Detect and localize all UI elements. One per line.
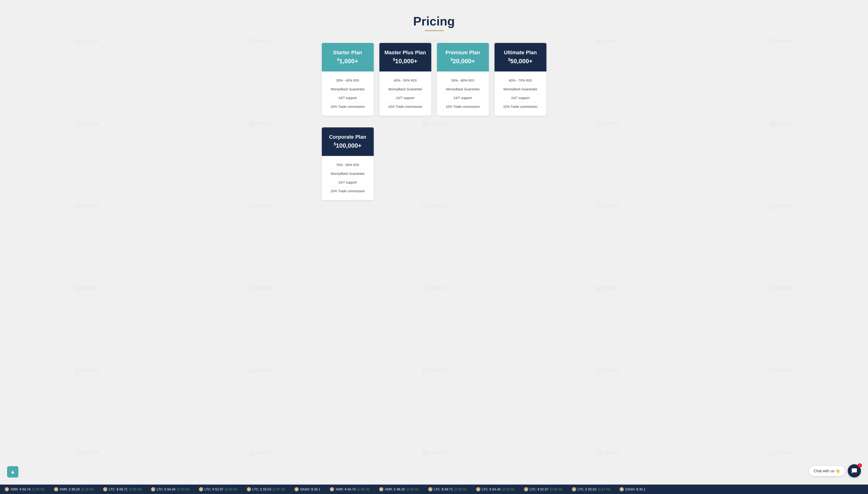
plan-support-corporate: 24/7 support — [326, 178, 369, 187]
plan-name-corporate: Corporate Plan — [326, 134, 369, 140]
plan-header-starter: Starter Plan $1,000+ — [322, 43, 374, 72]
plan-header-ultimate: Ultimate Plan $50,000+ — [494, 43, 546, 72]
chat-badge: 1 — [857, 463, 862, 468]
coin-icon: X — [54, 487, 58, 491]
plan-commission-premium: 10% Trade commission — [442, 102, 484, 111]
coin-icon: L — [572, 487, 576, 491]
plan-price-ultimate: $50,000+ — [499, 58, 542, 65]
plan-name-starter: Starter Plan — [326, 50, 369, 56]
ticker-item: L LTC: € 64.40 (2.53 %) — [146, 487, 194, 491]
plan-roi-master-plus: 40% - 50% ROI — [384, 76, 427, 85]
ticker-change: (1.95 %) — [32, 488, 44, 491]
ticker-coin: XMR: ¥ 94.74 — [336, 488, 356, 491]
chat-label[interactable]: Chat with us 👋 — [809, 466, 845, 476]
ticker-item: L LTC: £ 55.03 (2.47 %) — [242, 487, 290, 491]
plan-name-master-plus: Master Plus Plan — [384, 50, 427, 56]
plan-roi-premium: 50% - 60% ROI — [442, 76, 484, 85]
ticker-coin: LTC: £ 55.03 — [252, 488, 271, 491]
chat-button[interactable]: 1 — [848, 464, 861, 477]
ticker-coin: LTC: € 64.40 — [157, 488, 175, 491]
chat-widget: Chat with us 👋 1 — [809, 464, 861, 477]
plan-header-premium: Premium Plan $20,000+ — [437, 43, 489, 72]
plan-features-ultimate: 60% - 70% ROI MoneyBack Guarantee 24/7 s… — [494, 72, 546, 116]
ticker-coin: LTC: € 64.40 — [482, 488, 501, 491]
ticker-item: L LTC: $ 69.71 (2.55 %) — [423, 487, 471, 491]
plan-moneyback-master-plus: MoneyBack Guarantee — [384, 85, 427, 94]
coin-icon: L — [103, 487, 107, 491]
ticker-coin: DASH: $ 30.1 — [300, 488, 320, 491]
ticker-item: L LTC: $ 69.71 (2.55 %) — [98, 487, 146, 491]
ticker-coin: XMR: £ 98.20 — [60, 488, 80, 491]
plan-card-ultimate: Ultimate Plan $50,000+ 60% - 70% ROI Mon… — [494, 43, 546, 116]
corporate-row: Corporate Plan $100,000+ 70% - 80% ROI M… — [293, 127, 576, 200]
ticker-change: (2.55 %) — [454, 488, 467, 491]
plan-price-premium: $20,000+ — [442, 58, 484, 65]
plan-name-premium: Premium Plan — [442, 50, 484, 56]
plan-roi-corporate: 70% - 80% ROI — [326, 161, 369, 169]
plan-roi-ultimate: 60% - 70% ROI — [499, 76, 542, 85]
ticker-item: X XMR: £ 98.20 (2.16 %) — [374, 487, 424, 491]
coin-icon: D — [620, 487, 624, 491]
ticker-change: (2.53 %) — [177, 488, 189, 491]
plan-moneyback-premium: MoneyBack Guarantee — [442, 85, 484, 94]
plan-card-master-plus: Master Plus Plan $10,000+ 40% - 50% ROI … — [379, 43, 431, 116]
title-underline — [425, 30, 444, 31]
page-title: Pricing — [5, 14, 863, 28]
ticker-change: (2.47 %) — [598, 488, 610, 491]
ticker-change: (2.40 %) — [550, 488, 563, 491]
ticker-coin: XMR: ¥ 94.74 — [11, 488, 31, 491]
plans-grid: Starter Plan $1,000+ 30% - 40% ROI Money… — [293, 43, 576, 116]
plan-commission-corporate: 10% Trade commission — [326, 187, 369, 195]
ticker-coin: DASH: $ 30.1 — [625, 488, 645, 491]
plan-features-master-plus: 40% - 50% ROI MoneyBack Guarantee 24/7 s… — [379, 72, 431, 116]
coin-icon: D — [295, 487, 299, 491]
plan-name-ultimate: Ultimate Plan — [499, 50, 542, 56]
plan-support-starter: 24/7 support — [326, 94, 369, 102]
plan-moneyback-starter: MoneyBack Guarantee — [326, 85, 369, 94]
ticker-coin: XMR: £ 98.20 — [385, 488, 405, 491]
plan-card-premium: Premium Plan $20,000+ 50% - 60% ROI Mone… — [437, 43, 489, 116]
scroll-top-button[interactable]: ▲ — [7, 466, 18, 477]
ticker-coin: LTC: ¥ 52.97 — [530, 488, 549, 491]
plan-price-corporate: $100,000+ — [326, 142, 369, 149]
plan-roi-starter: 30% - 40% ROI — [326, 76, 369, 85]
coin-icon: L — [476, 487, 480, 491]
coin-icon: X — [330, 487, 334, 491]
coin-icon: L — [247, 487, 251, 491]
ticker-change: (2.47 %) — [272, 488, 285, 491]
ticker-change: (2.55 %) — [129, 488, 141, 491]
coin-icon: L — [199, 487, 203, 491]
coin-icon: L — [428, 487, 432, 491]
scroll-top-icon: ▲ — [10, 469, 15, 475]
plan-commission-starter: 10% Trade commission — [326, 102, 369, 111]
coin-icon: L — [524, 487, 528, 491]
coin-icon: X — [5, 487, 9, 491]
ticker-bar: X XMR: ¥ 94.74 (1.95 %) X XMR: £ 98.20 (… — [0, 484, 868, 494]
ticker-item: L LTC: ¥ 52.97 (2.40 %) — [194, 487, 242, 491]
ticker-item: X XMR: ¥ 94.74 (1.95 %) — [325, 487, 374, 491]
ticker-change: (2.40 %) — [225, 488, 237, 491]
ticker-coin: LTC: $ 69.71 — [434, 488, 453, 491]
plan-price-starter: $1,000+ — [326, 58, 369, 65]
plan-commission-ultimate: 10% Trade commission — [499, 102, 542, 111]
ticker-item: L LTC: € 64.40 (2.53 %) — [471, 487, 519, 491]
ticker-change: (2.53 %) — [502, 488, 514, 491]
coin-icon: X — [379, 487, 383, 491]
ticker-item: D DASH: $ 30.1 — [290, 487, 325, 491]
ticker-item: X XMR: ¥ 94.74 (1.95 %) — [0, 487, 49, 491]
plan-features-premium: 50% - 60% ROI MoneyBack Guarantee 24/7 s… — [437, 72, 489, 116]
chat-icon — [851, 468, 857, 474]
ticker-item: L LTC: £ 55.03 (2.47 %) — [567, 487, 615, 491]
plan-support-ultimate: 24/7 support — [499, 94, 542, 102]
plan-features-starter: 30% - 40% ROI MoneyBack Guarantee 24/7 s… — [322, 72, 374, 116]
ticker-change: (1.95 %) — [357, 488, 370, 491]
ticker-coin: LTC: £ 55.03 — [578, 488, 597, 491]
plan-moneyback-corporate: MoneyBack Guarantee — [326, 169, 369, 178]
plan-header-corporate: Corporate Plan $100,000+ — [322, 127, 374, 156]
plan-support-premium: 24/7 support — [442, 94, 484, 102]
plan-commission-master-plus: 10% Trade commission — [384, 102, 427, 111]
ticker-change: (2.16 %) — [81, 488, 94, 491]
coin-icon: L — [151, 487, 155, 491]
ticker-item: D DASH: $ 30.1 — [615, 487, 650, 491]
plan-card-corporate: Corporate Plan $100,000+ 70% - 80% ROI M… — [322, 127, 374, 200]
